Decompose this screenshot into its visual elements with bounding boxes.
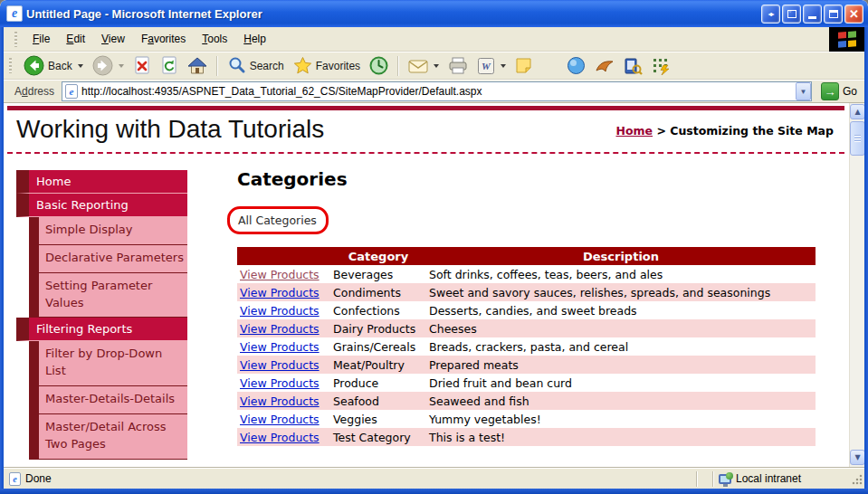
address-dropdown-button[interactable]: ▼ [796,82,811,100]
maximize-icon [829,10,838,18]
sidebar-item-filtering-reports[interactable]: Filtering Reports [16,318,187,341]
table-row: View ProductsDairy ProductsCheeses [237,319,816,337]
pixel-grid-lightning-button[interactable] [647,55,675,77]
view-products-link[interactable]: View Products [240,286,320,299]
refresh-button[interactable] [156,54,183,77]
category-cell: Seafood [330,392,426,410]
favorites-button[interactable]: Favorites [289,54,365,77]
close-icon: ✕ [849,7,859,21]
view-products-link[interactable]: View Products [240,340,320,354]
scrollbar-down-button[interactable]: ▼ [850,450,864,465]
sidebar-item-filter-by-drop-down-list[interactable]: Filter by Drop-Down List [29,341,187,386]
window-border-right [864,27,868,494]
sidebar-item-declarative-parameters[interactable]: Declarative Parameters [29,245,187,273]
stop-button[interactable] [129,54,156,77]
category-cell: Veggies [330,410,426,428]
local-intranet-icon [719,474,731,484]
mail-button[interactable] [404,56,444,76]
address-input[interactable]: e http://localhost:4935/ASPNET_Data_Tuto… [62,81,812,101]
minimize-button[interactable] [803,5,822,24]
back-dropdown-icon[interactable] [78,64,83,68]
notes-button[interactable] [510,55,537,76]
menu-view[interactable]: View [93,28,133,50]
maximize-button[interactable] [824,5,843,24]
category-cell: Dairy Products [330,319,426,337]
sidebar-item-simple-display[interactable]: Simple Display [29,217,187,245]
status-panel-empty [699,470,711,488]
forward-dropdown-icon[interactable] [119,64,124,68]
dock-arrows-icon: ◂▸ [768,10,773,18]
view-products-link[interactable]: View Products [240,322,320,336]
window-undock-button[interactable] [782,5,801,24]
view-products-link[interactable]: View Products [240,304,320,318]
search-label: Search [250,60,284,72]
search-icon [227,56,246,75]
research-button[interactable] [619,55,647,77]
title-bar[interactable]: e Untitled Page - Microsoft Internet Exp… [0,0,868,27]
go-label: Go [843,85,857,98]
view-products-link[interactable]: View Products [240,376,320,390]
table-row: View ProductsProduceDried fruit and bean… [237,374,816,392]
view-products-cell: View Products [237,265,330,283]
media-bird-button[interactable] [590,56,619,76]
toolbar-separator [397,56,399,76]
view-products-link[interactable]: View Products [240,413,320,426]
window-dock-button[interactable]: ◂▸ [761,5,780,24]
windows-flag-icon [838,31,856,47]
research-book-icon [624,57,643,75]
menu-file[interactable]: File [24,28,58,50]
internet-explorer-icon: e [6,5,23,22]
messenger-button[interactable] [562,54,590,77]
messenger-globe-icon [567,56,586,75]
search-button[interactable]: Search [223,54,289,77]
all-categories-label[interactable]: All Categories [230,214,317,227]
view-products-link[interactable]: View Products [240,431,320,444]
vertical-scrollbar[interactable]: ▲ ▼ [849,103,864,468]
menu-tools[interactable]: Tools [194,28,235,50]
scrollbar-thumb[interactable] [850,121,864,156]
edit-with-word-button[interactable]: W [472,55,510,77]
breadcrumb: Home > Customizing the Site Map [615,124,834,138]
view-products-link[interactable]: View Products [240,394,320,408]
view-products-cell: View Products [237,301,330,319]
window-title: Untitled Page - Microsoft Internet Explo… [26,7,759,21]
column-header-description: Description [426,247,816,265]
print-button[interactable] [444,55,472,77]
resize-grip[interactable] [851,473,863,485]
close-button[interactable]: ✕ [844,5,863,24]
view-products-cell: View Products [237,319,330,337]
menu-bar-grip[interactable] [14,32,17,47]
sidebar-item-master-details-details[interactable]: Master-Details-Details [29,386,187,414]
home-button[interactable] [183,54,212,77]
window-border-left [0,27,4,494]
category-cell: Grains/Cereals [330,337,426,356]
breadcrumb-current: Customizing the Site Map [670,124,834,138]
sidebar-item-basic-reporting[interactable]: Basic Reporting [16,194,187,217]
breadcrumb-home-link[interactable]: Home [615,124,653,138]
stop-icon [133,56,151,75]
category-cell: Produce [330,374,426,392]
page-icon: e [65,84,78,99]
go-button[interactable]: → Go [817,81,861,101]
history-button[interactable] [365,54,393,77]
toolbar-grip[interactable] [9,58,12,73]
mail-dropdown-icon[interactable] [434,64,439,68]
view-products-cell: View Products [237,374,330,392]
sidebar-item-master-detail-across-two-pages[interactable]: Master/Detail Across Two Pages [29,414,187,460]
view-products-link[interactable]: View Products [240,358,320,372]
view-products-link[interactable]: View Products [240,268,320,281]
menu-help[interactable]: Help [235,28,274,50]
favorites-label: Favorites [316,60,360,72]
back-button[interactable]: Back [19,53,88,78]
sidebar-item-home[interactable]: Home [16,170,187,194]
scrollbar-up-button[interactable]: ▲ [850,104,864,119]
menu-favorites[interactable]: Favorites [133,28,194,50]
word-dropdown-icon[interactable] [501,64,506,68]
page-top-rule [7,106,844,110]
menu-edit[interactable]: Edit [58,28,93,50]
menu-bar: FileEditViewFavoritesToolsHelp [4,27,864,52]
category-cell: Beverages [330,265,426,283]
sidebar-item-setting-parameter-values[interactable]: Setting Parameter Values [29,273,187,318]
view-products-cell: View Products [237,356,330,374]
forward-button[interactable] [88,53,129,78]
